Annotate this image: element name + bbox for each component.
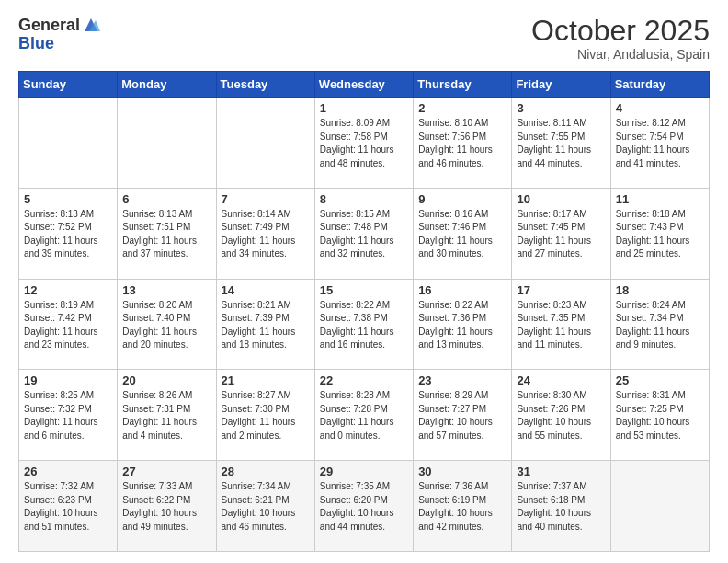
month-title: October 2025 xyxy=(531,15,710,47)
table-row: 9Sunrise: 8:16 AM Sunset: 7:46 PM Daylig… xyxy=(414,188,512,279)
day-info: Sunrise: 8:28 AM Sunset: 7:28 PM Dayligh… xyxy=(320,389,408,442)
table-row: 24Sunrise: 8:30 AM Sunset: 7:26 PM Dayli… xyxy=(512,370,610,461)
table-row: 7Sunrise: 8:14 AM Sunset: 7:49 PM Daylig… xyxy=(216,188,314,279)
title-area: October 2025 Nivar, Andalusia, Spain xyxy=(531,15,710,62)
table-row: 23Sunrise: 8:29 AM Sunset: 7:27 PM Dayli… xyxy=(414,370,512,461)
table-row: 19Sunrise: 8:25 AM Sunset: 7:32 PM Dayli… xyxy=(19,370,118,461)
location: Nivar, Andalusia, Spain xyxy=(531,47,710,62)
table-row xyxy=(216,98,314,189)
day-info: Sunrise: 7:34 AM Sunset: 6:21 PM Dayligh… xyxy=(222,480,310,534)
col-wednesday: Wednesday xyxy=(314,72,413,98)
logo-icon xyxy=(81,15,101,35)
day-info: Sunrise: 8:22 AM Sunset: 7:38 PM Dayligh… xyxy=(320,299,408,352)
table-row xyxy=(19,98,118,189)
day-number: 19 xyxy=(24,373,112,387)
calendar-week-row: 5Sunrise: 8:13 AM Sunset: 7:52 PM Daylig… xyxy=(19,188,710,279)
day-info: Sunrise: 8:12 AM Sunset: 7:54 PM Dayligh… xyxy=(616,117,704,170)
day-info: Sunrise: 7:36 AM Sunset: 6:19 PM Dayligh… xyxy=(418,480,506,534)
calendar-header-row: Sunday Monday Tuesday Wednesday Thursday… xyxy=(19,72,710,98)
day-info: Sunrise: 8:26 AM Sunset: 7:31 PM Dayligh… xyxy=(122,389,210,442)
calendar-table: Sunday Monday Tuesday Wednesday Thursday… xyxy=(18,71,710,552)
day-number: 3 xyxy=(517,101,605,115)
day-info: Sunrise: 8:14 AM Sunset: 7:49 PM Dayligh… xyxy=(222,208,310,261)
table-row: 30Sunrise: 7:36 AM Sunset: 6:19 PM Dayli… xyxy=(414,461,512,552)
day-info: Sunrise: 7:35 AM Sunset: 6:20 PM Dayligh… xyxy=(320,480,408,534)
calendar-week-row: 26Sunrise: 7:32 AM Sunset: 6:23 PM Dayli… xyxy=(19,461,710,552)
day-number: 1 xyxy=(320,101,408,115)
table-row: 13Sunrise: 8:20 AM Sunset: 7:40 PM Dayli… xyxy=(118,279,216,370)
day-number: 15 xyxy=(320,283,408,297)
day-number: 10 xyxy=(517,192,605,206)
col-sunday: Sunday xyxy=(19,72,118,98)
day-info: Sunrise: 8:31 AM Sunset: 7:25 PM Dayligh… xyxy=(616,389,704,442)
day-number: 29 xyxy=(320,465,408,478)
calendar-week-row: 1Sunrise: 8:09 AM Sunset: 7:58 PM Daylig… xyxy=(19,98,710,189)
day-number: 11 xyxy=(616,192,704,206)
day-number: 4 xyxy=(616,101,704,115)
day-number: 8 xyxy=(320,192,408,206)
day-info: Sunrise: 8:15 AM Sunset: 7:48 PM Dayligh… xyxy=(320,208,408,261)
table-row: 10Sunrise: 8:17 AM Sunset: 7:45 PM Dayli… xyxy=(512,188,610,279)
table-row: 18Sunrise: 8:24 AM Sunset: 7:34 PM Dayli… xyxy=(610,279,709,370)
table-row: 28Sunrise: 7:34 AM Sunset: 6:21 PM Dayli… xyxy=(216,461,314,552)
day-info: Sunrise: 8:17 AM Sunset: 7:45 PM Dayligh… xyxy=(517,208,605,261)
calendar-week-row: 12Sunrise: 8:19 AM Sunset: 7:42 PM Dayli… xyxy=(19,279,710,370)
day-number: 9 xyxy=(418,192,506,206)
table-row: 20Sunrise: 8:26 AM Sunset: 7:31 PM Dayli… xyxy=(118,370,216,461)
day-number: 20 xyxy=(122,373,210,387)
logo: General Blue xyxy=(18,15,101,52)
day-number: 5 xyxy=(24,192,112,206)
col-thursday: Thursday xyxy=(414,72,512,98)
day-info: Sunrise: 8:16 AM Sunset: 7:46 PM Dayligh… xyxy=(418,208,506,261)
day-info: Sunrise: 8:24 AM Sunset: 7:34 PM Dayligh… xyxy=(616,299,704,352)
day-info: Sunrise: 7:33 AM Sunset: 6:22 PM Dayligh… xyxy=(122,480,210,534)
day-number: 28 xyxy=(222,465,310,478)
day-info: Sunrise: 8:10 AM Sunset: 7:56 PM Dayligh… xyxy=(418,117,506,170)
table-row: 25Sunrise: 8:31 AM Sunset: 7:25 PM Dayli… xyxy=(610,370,709,461)
table-row: 2Sunrise: 8:10 AM Sunset: 7:56 PM Daylig… xyxy=(414,98,512,189)
table-row xyxy=(610,461,709,552)
day-number: 25 xyxy=(616,373,704,387)
table-row: 12Sunrise: 8:19 AM Sunset: 7:42 PM Dayli… xyxy=(19,279,118,370)
day-number: 24 xyxy=(517,373,605,387)
table-row: 14Sunrise: 8:21 AM Sunset: 7:39 PM Dayli… xyxy=(216,279,314,370)
day-info: Sunrise: 7:37 AM Sunset: 6:18 PM Dayligh… xyxy=(517,480,605,534)
day-info: Sunrise: 8:11 AM Sunset: 7:55 PM Dayligh… xyxy=(517,117,605,170)
day-number: 7 xyxy=(222,192,310,206)
table-row: 15Sunrise: 8:22 AM Sunset: 7:38 PM Dayli… xyxy=(314,279,413,370)
day-number: 27 xyxy=(122,465,210,478)
day-number: 26 xyxy=(24,465,112,478)
col-saturday: Saturday xyxy=(610,72,709,98)
day-number: 18 xyxy=(616,283,704,297)
day-info: Sunrise: 7:32 AM Sunset: 6:23 PM Dayligh… xyxy=(24,480,112,534)
day-number: 6 xyxy=(122,192,210,206)
day-info: Sunrise: 8:22 AM Sunset: 7:36 PM Dayligh… xyxy=(418,299,506,352)
day-info: Sunrise: 8:27 AM Sunset: 7:30 PM Dayligh… xyxy=(222,389,310,442)
table-row: 3Sunrise: 8:11 AM Sunset: 7:55 PM Daylig… xyxy=(512,98,610,189)
table-row: 27Sunrise: 7:33 AM Sunset: 6:22 PM Dayli… xyxy=(118,461,216,552)
table-row: 5Sunrise: 8:13 AM Sunset: 7:52 PM Daylig… xyxy=(19,188,118,279)
day-number: 16 xyxy=(418,283,506,297)
calendar-week-row: 19Sunrise: 8:25 AM Sunset: 7:32 PM Dayli… xyxy=(19,370,710,461)
day-number: 30 xyxy=(418,465,506,478)
day-number: 2 xyxy=(418,101,506,115)
col-friday: Friday xyxy=(512,72,610,98)
day-info: Sunrise: 8:19 AM Sunset: 7:42 PM Dayligh… xyxy=(24,299,112,352)
table-row: 4Sunrise: 8:12 AM Sunset: 7:54 PM Daylig… xyxy=(610,98,709,189)
col-tuesday: Tuesday xyxy=(216,72,314,98)
page: General Blue October 2025 Nivar, Andalus… xyxy=(0,0,728,563)
day-info: Sunrise: 8:20 AM Sunset: 7:40 PM Dayligh… xyxy=(122,299,210,352)
col-monday: Monday xyxy=(118,72,216,98)
day-number: 17 xyxy=(517,283,605,297)
header: General Blue October 2025 Nivar, Andalus… xyxy=(18,15,710,62)
day-number: 31 xyxy=(517,465,605,478)
day-number: 23 xyxy=(418,373,506,387)
table-row: 11Sunrise: 8:18 AM Sunset: 7:43 PM Dayli… xyxy=(610,188,709,279)
day-info: Sunrise: 8:23 AM Sunset: 7:35 PM Dayligh… xyxy=(517,299,605,352)
table-row: 31Sunrise: 7:37 AM Sunset: 6:18 PM Dayli… xyxy=(512,461,610,552)
day-info: Sunrise: 8:30 AM Sunset: 7:26 PM Dayligh… xyxy=(517,389,605,442)
table-row: 6Sunrise: 8:13 AM Sunset: 7:51 PM Daylig… xyxy=(118,188,216,279)
table-row: 22Sunrise: 8:28 AM Sunset: 7:28 PM Dayli… xyxy=(314,370,413,461)
day-number: 12 xyxy=(24,283,112,297)
table-row: 21Sunrise: 8:27 AM Sunset: 7:30 PM Dayli… xyxy=(216,370,314,461)
